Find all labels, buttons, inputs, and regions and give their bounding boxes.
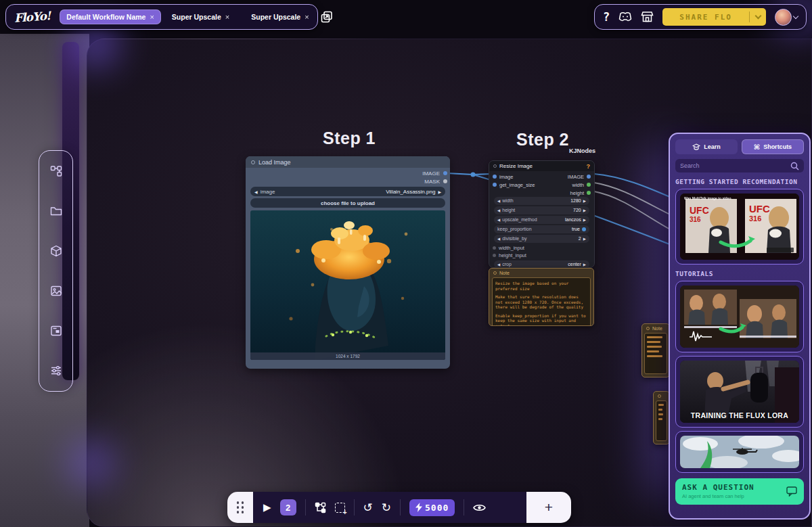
- partial-note-node[interactable]: Note: [641, 323, 670, 377]
- new-tab-icon[interactable]: [320, 10, 334, 24]
- tutorial-card-helicopter[interactable]: [675, 431, 804, 473]
- run-count-badge[interactable]: 2: [280, 499, 296, 515]
- input-port-get-image-size[interactable]: [493, 183, 497, 187]
- tutorial-thumbnail: TRAINING THE FLUX LORA: [680, 361, 799, 423]
- toggle-icon[interactable]: [582, 227, 586, 231]
- search-icon[interactable]: [790, 162, 799, 170]
- credits-badge[interactable]: 5000: [409, 499, 455, 516]
- search-input[interactable]: [680, 162, 786, 169]
- redo-button[interactable]: ↻: [382, 501, 391, 515]
- help-icon[interactable]: ?: [603, 10, 610, 24]
- note-node[interactable]: Note Resize the image based on your pref…: [489, 268, 594, 326]
- width-input-slot[interactable]: width_input: [489, 244, 594, 252]
- output-port-height[interactable]: [587, 191, 591, 195]
- note-header[interactable]: Note: [642, 324, 669, 333]
- input-port-width[interactable]: [493, 246, 496, 250]
- workflow-nodes-icon[interactable]: [49, 164, 63, 178]
- prev-arrow-icon[interactable]: ◀: [497, 237, 500, 241]
- image-dimensions-caption: 1024 x 1792: [250, 352, 445, 360]
- output-port-mask[interactable]: [443, 179, 447, 183]
- width-widget[interactable]: ◀width 1280▶: [494, 197, 589, 205]
- close-tab-icon[interactable]: ×: [304, 13, 309, 21]
- next-arrow-icon[interactable]: ▶: [583, 218, 586, 222]
- next-arrow-icon[interactable]: ▶: [583, 208, 586, 212]
- input-port-image[interactable]: [493, 175, 497, 179]
- height-input-slot[interactable]: height_input: [489, 252, 594, 259]
- run-button[interactable]: ▶: [263, 501, 271, 513]
- prev-arrow-icon[interactable]: ◀: [254, 189, 258, 194]
- collapse-dot-icon[interactable]: [493, 164, 497, 168]
- add-node-button[interactable]: +: [526, 492, 571, 523]
- collapse-dot-icon[interactable]: [493, 271, 497, 275]
- store-icon[interactable]: [641, 11, 654, 23]
- load-image-node-header[interactable]: Load Image: [246, 156, 450, 168]
- toolbar-drag-handle[interactable]: [227, 492, 253, 523]
- tutorial-card-flux-lora[interactable]: TRAINING THE FLUX LORA: [675, 356, 804, 428]
- 3d-cube-icon[interactable]: [49, 244, 63, 258]
- output-port-image[interactable]: [443, 171, 447, 175]
- preview-eye-icon[interactable]: [473, 503, 486, 512]
- folder-icon[interactable]: [49, 204, 63, 218]
- close-tab-icon[interactable]: ×: [150, 13, 154, 21]
- share-flo-button[interactable]: SHARE FLO: [662, 8, 766, 26]
- learn-icon: [692, 143, 700, 151]
- share-dropdown[interactable]: [750, 16, 766, 18]
- tutorial-card-lipsync[interactable]: [675, 281, 804, 352]
- note-header[interactable]: [654, 392, 669, 400]
- upscale-method-widget[interactable]: ◀upscale_method lanczos▶: [494, 216, 589, 224]
- add-selection-icon[interactable]: +: [335, 503, 345, 513]
- ask-question-banner[interactable]: ASK A QUESTION AI agent and team can hel…: [675, 478, 804, 505]
- kjnodes-badge: KJNodes: [569, 147, 595, 154]
- height-widget[interactable]: ◀height 720▶: [494, 206, 589, 214]
- divisible-by-label: divisible_by: [502, 236, 526, 241]
- partial-note-node[interactable]: [653, 391, 670, 444]
- output-port-image[interactable]: [587, 175, 591, 179]
- resize-image-node[interactable]: Resize Image ? image IMAGE get_image_siz…: [489, 160, 595, 268]
- workflow-tab-bar: FloYo! Default Workflow Name × Super Ups…: [5, 4, 318, 30]
- floyo-logo[interactable]: FloYo!: [14, 9, 51, 25]
- undo-button[interactable]: ↺: [363, 501, 373, 515]
- close-tab-icon[interactable]: ×: [225, 13, 229, 21]
- prev-arrow-icon[interactable]: ◀: [497, 199, 500, 203]
- node-map-icon[interactable]: [315, 502, 326, 513]
- keep-proportion-label: keep_proportion: [497, 227, 532, 231]
- resize-node-header[interactable]: Resize Image ?: [489, 161, 594, 171]
- panel-search[interactable]: [675, 159, 804, 173]
- next-arrow-icon[interactable]: ▶: [583, 199, 586, 203]
- collapse-dot-icon[interactable]: [251, 160, 255, 164]
- settings-sliders-icon[interactable]: [49, 364, 63, 377]
- next-arrow-icon[interactable]: ▶: [583, 262, 586, 267]
- tab-super-upscale-2[interactable]: Super Upscale ×: [244, 9, 315, 24]
- tutorial-thumbnail: [680, 436, 799, 468]
- note-header[interactable]: Note: [489, 269, 593, 277]
- chevron-down-icon: [793, 14, 798, 19]
- divisible-by-widget[interactable]: ◀divisible_by 2▶: [494, 235, 589, 243]
- image-file-widget[interactable]: ◀ image Villain_Assassin.png ▶: [250, 187, 445, 196]
- prev-arrow-icon[interactable]: ◀: [497, 218, 500, 222]
- prev-arrow-icon[interactable]: ◀: [497, 208, 500, 212]
- crop-widget[interactable]: ◀crop center▶: [494, 260, 589, 269]
- output-port-width[interactable]: [587, 183, 591, 187]
- tab-default-workflow[interactable]: Default Workflow Name ×: [60, 9, 161, 24]
- input-port-height[interactable]: [493, 254, 496, 257]
- community-icon[interactable]: [618, 11, 632, 23]
- keep-proportion-widget[interactable]: keep_proportion true: [494, 225, 589, 233]
- image-widget-label: image: [261, 189, 275, 195]
- recommendation-card[interactable]: UFC 316 UFC 316 Wan MultiTalk image t: [675, 189, 804, 265]
- load-image-node[interactable]: Load Image IMAGE MASK ◀ image Villain_As…: [246, 156, 450, 369]
- tab-learn[interactable]: Learn: [675, 139, 738, 154]
- output-mask: MASK: [246, 177, 450, 185]
- width-value: 1280: [570, 198, 581, 203]
- frame-node-icon[interactable]: [49, 324, 63, 338]
- next-arrow-icon[interactable]: ▶: [583, 237, 586, 241]
- avatar[interactable]: [775, 9, 792, 26]
- choose-file-button[interactable]: choose file to upload: [250, 198, 445, 208]
- account-menu[interactable]: [775, 9, 798, 26]
- node-help-icon[interactable]: ?: [587, 163, 591, 170]
- tab-shortcuts[interactable]: ⌘ Shortcuts: [742, 139, 804, 154]
- prev-arrow-icon[interactable]: ◀: [497, 262, 500, 267]
- crop-label: crop: [502, 262, 512, 267]
- next-arrow-icon[interactable]: ▶: [438, 189, 441, 194]
- image-gallery-icon[interactable]: [49, 284, 63, 298]
- tab-super-upscale-1[interactable]: Super Upscale ×: [165, 9, 236, 24]
